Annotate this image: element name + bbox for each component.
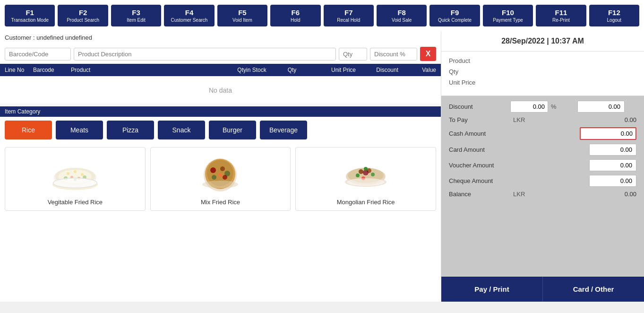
balance-label: Balance (449, 191, 510, 198)
svg-point-13 (53, 178, 97, 188)
product-image (337, 152, 394, 195)
qty-info-row: Qty (449, 68, 636, 75)
item-category-section: Item Category RiceMeatsPizzaSnackBurgerB… (0, 106, 441, 302)
fkey-f6[interactable]: F6Hold (270, 5, 320, 26)
fkey-bar: F1Transaction ModeF2Product SearchF3Item… (0, 0, 644, 31)
discount-input[interactable] (370, 48, 417, 61)
product-card-veg-rice[interactable]: Vegitable Fried Rice (5, 147, 146, 211)
unit-price-label: Unit Price (449, 79, 491, 86)
fkey-f1[interactable]: F1Transaction Mode (5, 5, 55, 26)
cat-btn-beverage[interactable]: Beverage (260, 121, 307, 139)
voucher-label: Voucher Amount (449, 162, 510, 169)
description-input[interactable] (74, 48, 336, 61)
qty-input[interactable] (339, 48, 367, 61)
svg-point-17 (210, 167, 216, 173)
product-name: Vegitable Fried Rice (48, 199, 103, 206)
fkey-f4[interactable]: F4Customer Search (164, 5, 214, 26)
voucher-input[interactable] (589, 159, 636, 171)
svg-point-27 (359, 169, 363, 174)
discount-row: Discount % (449, 101, 636, 113)
fkey-f10[interactable]: F10Payment Type (483, 5, 533, 26)
cash-label: Cash Amount (449, 130, 510, 137)
qty-label: Qty (449, 68, 491, 75)
cat-btn-meats[interactable]: Meats (56, 121, 103, 139)
col-qtystock: Qtyin Stock (228, 67, 275, 73)
payment-section: Discount % To Pay LKR 0.00 Cash Amount C… (441, 96, 644, 276)
product-label: Product (449, 57, 491, 64)
fkey-f11[interactable]: F11Re-Print (536, 5, 586, 26)
svg-point-21 (223, 175, 227, 180)
product-grid: Vegitable Fried Rice Mix Fried Rice (5, 147, 436, 211)
col-qty: Qty (275, 67, 309, 73)
product-image (192, 152, 249, 195)
balance-currency: LKR (513, 191, 537, 198)
cheque-label: Cheque Amount (449, 177, 510, 184)
svg-point-20 (212, 175, 216, 180)
card-row: Card Amount (449, 144, 636, 156)
category-buttons: RiceMeatsPizzaSnackBurgerBeverage (0, 117, 441, 143)
balance-row: Balance LKR 0.00 (449, 191, 636, 198)
left-panel: Customer : undefined undefined X Line No… (0, 31, 441, 302)
topay-label: To Pay (449, 116, 510, 123)
cash-input[interactable] (580, 127, 636, 140)
topay-row: To Pay LKR 0.00 (449, 116, 636, 123)
product-value (491, 57, 636, 64)
cat-btn-rice[interactable]: Rice (5, 121, 52, 139)
fkey-f2[interactable]: F2Product Search (58, 5, 108, 26)
product-name: Mongolian Fried Rice (337, 199, 395, 206)
product-name: Mix Fried Rice (201, 199, 240, 206)
col-barcode: Barcode (33, 67, 71, 73)
balance-value: 0.00 (540, 191, 636, 198)
unit-price-info-row: Unit Price (449, 79, 636, 86)
action-buttons: Pay / Print Card / Other (441, 276, 644, 302)
card-input[interactable] (589, 144, 636, 156)
datetime-bar: 28/Sep/2022 | 10:37 AM (441, 31, 644, 52)
empty-message: No data (209, 87, 232, 94)
topay-value: 0.00 (540, 116, 636, 123)
svg-point-22 (218, 173, 222, 177)
unit-price-value (491, 79, 636, 86)
topay-currency: LKR (513, 116, 537, 123)
customer-bar: Customer : undefined undefined (0, 31, 441, 44)
barcode-input[interactable] (5, 48, 71, 61)
cat-btn-burger[interactable]: Burger (209, 121, 256, 139)
col-value: Value (398, 67, 436, 73)
discount-label: Discount (449, 103, 510, 110)
discount-percent-label: % (551, 103, 575, 110)
table-body: No data (0, 76, 441, 104)
card-label: Card Amount (449, 146, 510, 153)
search-bar: X (0, 44, 441, 64)
cash-row: Cash Amount (449, 127, 636, 140)
product-card-mix-rice[interactable]: Mix Fried Rice (150, 147, 291, 211)
cat-btn-pizza[interactable]: Pizza (107, 121, 154, 139)
col-lineno: Line No (5, 67, 33, 73)
product-grid-wrapper[interactable]: Vegitable Fried Rice Mix Fried Rice (0, 143, 441, 302)
fkey-f8[interactable]: F8Void Sale (377, 5, 427, 26)
col-unitprice: Unit Price (309, 67, 356, 73)
svg-point-23 (202, 181, 238, 188)
fkey-f7[interactable]: F7Recal Hold (324, 5, 374, 26)
cheque-row: Cheque Amount (449, 175, 636, 187)
cat-btn-snack[interactable]: Snack (158, 121, 205, 139)
fkey-f12[interactable]: F12Logout (589, 5, 639, 26)
item-category-header: Item Category (0, 106, 441, 117)
right-panel: 28/Sep/2022 | 10:37 AM Product Qty Unit … (441, 31, 644, 302)
product-image (47, 152, 103, 195)
svg-point-30 (371, 173, 375, 176)
card-other-button[interactable]: Card / Other (542, 277, 644, 302)
cheque-input[interactable] (589, 175, 636, 187)
svg-point-18 (220, 166, 225, 171)
discount-amount-input[interactable] (577, 101, 625, 113)
product-info-row: Product (449, 57, 636, 64)
customer-label: Customer : (5, 34, 35, 41)
product-info-section: Product Qty Unit Price (441, 52, 644, 96)
product-card-mongolian-rice[interactable]: Mongolian Fried Rice (295, 147, 436, 211)
discount-value-input[interactable] (510, 101, 548, 113)
fkey-f5[interactable]: F5Void Item (217, 5, 267, 26)
svg-point-29 (356, 174, 360, 177)
customer-name: undefined undefined (36, 34, 92, 41)
fkey-f3[interactable]: F3Item Edit (111, 5, 161, 26)
pay-print-button[interactable]: Pay / Print (441, 277, 542, 302)
clear-button[interactable]: X (420, 47, 436, 61)
fkey-f9[interactable]: F9Quick Complete (429, 5, 480, 26)
